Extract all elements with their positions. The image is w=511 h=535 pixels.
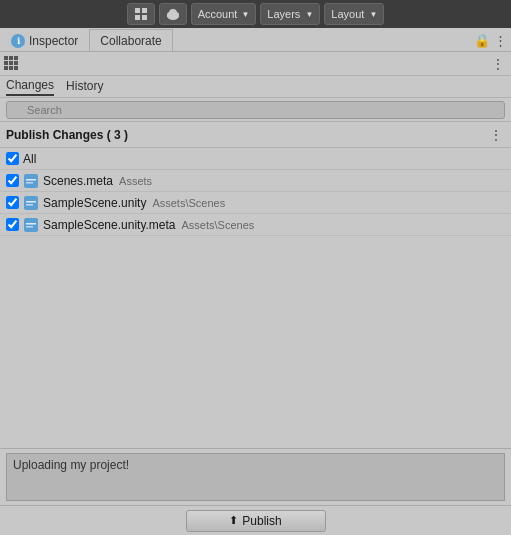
toolbar-cloud-icon[interactable] [159,3,187,25]
file-name-1: SampleScene.unity [43,196,146,210]
grid-cell [9,66,13,70]
account-chevron-icon: ▼ [241,10,249,19]
svg-point-7 [169,9,177,17]
svg-rect-13 [26,204,33,206]
file-item-scenes-meta: Scenes.meta Assets [0,170,511,192]
tab-right-icons: 🔒 ⋮ [474,32,507,47]
svg-rect-12 [26,201,36,203]
publish-bar: ⬆ Publish [0,505,511,535]
svg-rect-0 [135,8,140,13]
toolbar-grid-icon[interactable] [127,3,155,25]
file-path-2: Assets\Scenes [182,219,255,231]
all-row: All [0,148,511,170]
nav-changes[interactable]: Changes [6,78,54,96]
grid-cell [14,56,18,60]
grid-cell [4,61,8,65]
inspector-tab-label: Inspector [29,34,78,48]
account-dropdown[interactable]: Account ▼ [191,3,257,25]
secondary-left [4,56,20,72]
grid-cell [9,56,13,60]
svg-rect-8 [24,174,38,188]
account-label: Account [198,8,238,20]
svg-rect-15 [26,223,36,225]
file-icon-0 [23,173,39,189]
publish-changes-header: Publish Changes ( 3 ) ⋮ [0,122,511,148]
grid-cell [14,66,18,70]
svg-rect-3 [142,15,147,20]
svg-rect-9 [26,179,36,181]
file-item-samplescene: SampleScene.unity Assets\Scenes [0,192,511,214]
bottom-section: Uploading my project! ⬆ Publish [0,448,511,535]
search-input[interactable] [6,101,505,119]
collaborate-tab-label: Collaborate [100,34,161,48]
all-checkbox[interactable] [6,152,19,165]
layout-dropdown[interactable]: Layout ▼ [324,3,384,25]
svg-rect-11 [24,196,38,210]
svg-rect-16 [26,226,33,228]
secondary-more-icon[interactable]: ⋮ [489,56,507,72]
svg-rect-1 [142,8,147,13]
file-item-samplescene-meta: SampleScene.unity.meta Assets\Scenes [0,214,511,236]
grid-cell [14,61,18,65]
grid-icon[interactable] [4,56,20,72]
layers-label: Layers [267,8,300,20]
inspector-tab-icon: ℹ [11,34,25,48]
upload-message-text: Uploading my project! [13,458,129,472]
top-toolbar: Account ▼ Layers ▼ Layout ▼ [0,0,511,28]
secondary-toolbar: ⋮ [0,52,511,76]
grid-cell [9,61,13,65]
file-checkbox-1[interactable] [6,196,19,209]
publish-changes-title: Publish Changes ( 3 ) [6,128,128,142]
file-checkbox-2[interactable] [6,218,19,231]
file-icon-2 [23,217,39,233]
upload-message-container: Uploading my project! [0,448,511,505]
search-wrapper: 🔍 [6,101,505,119]
publish-button[interactable]: ⬆ Publish [186,510,326,532]
file-list-area: All Scenes.meta Assets SampleScene.unity… [0,148,511,458]
file-name-2: SampleScene.unity.meta [43,218,176,232]
publish-upload-icon: ⬆ [229,514,238,527]
svg-rect-14 [24,218,38,232]
section-nav: Changes History [0,76,511,98]
upload-message-box: Uploading my project! [6,453,505,501]
svg-rect-10 [26,182,33,184]
tab-bar: ℹ Inspector Collaborate 🔒 ⋮ [0,28,511,52]
tab-inspector[interactable]: ℹ Inspector [0,29,89,51]
file-path-0: Assets [119,175,152,187]
publish-changes-more-icon[interactable]: ⋮ [487,127,505,143]
search-bar: 🔍 [0,98,511,122]
layout-label: Layout [331,8,364,20]
file-checkbox-0[interactable] [6,174,19,187]
all-label: All [23,152,36,166]
layers-dropdown[interactable]: Layers ▼ [260,3,320,25]
svg-rect-2 [135,15,140,20]
grid-cell [4,66,8,70]
file-icon-1 [23,195,39,211]
more-icon[interactable]: ⋮ [494,32,507,47]
grid-cell [4,56,8,60]
lock-icon[interactable]: 🔒 [474,32,490,47]
layout-chevron-icon: ▼ [369,10,377,19]
publish-button-label: Publish [242,514,281,528]
tab-collaborate[interactable]: Collaborate [89,29,172,51]
file-name-0: Scenes.meta [43,174,113,188]
layers-chevron-icon: ▼ [305,10,313,19]
file-path-1: Assets\Scenes [152,197,225,209]
nav-history[interactable]: History [66,79,103,95]
